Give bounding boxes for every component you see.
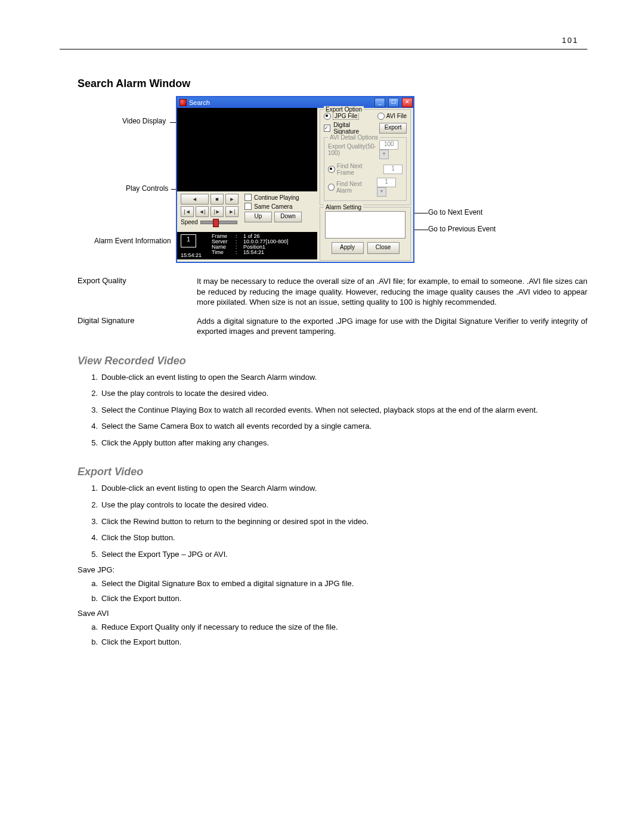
- list-item: Double-click an event listing to open th…: [101, 483, 587, 494]
- window-right-pane: Export Option JPG File AVI File Digital …: [317, 108, 413, 262]
- list-item: Select the Continue Playing Box to watch…: [101, 405, 587, 416]
- digital-signature-checkbox[interactable]: [324, 125, 330, 132]
- alarm-setting-title: Alarm Setting: [324, 204, 363, 210]
- find-next-alarm-radio[interactable]: [328, 184, 335, 191]
- play-buttons: ◄ ■ ► |◄ ◄| |► ►|: [181, 194, 239, 217]
- find-next-frame-label: Find Next Frame: [337, 163, 380, 176]
- same-camera-label: Same Camera: [254, 203, 292, 210]
- save-avi-label: Save AVI: [78, 609, 587, 618]
- up-button[interactable]: Up: [244, 212, 272, 222]
- info-corner-time: 15:54:21: [181, 252, 202, 258]
- stepfwd-button[interactable]: |►: [210, 206, 224, 217]
- app-icon: [179, 99, 187, 106]
- export-option-title: Export Option: [324, 106, 364, 113]
- export-option-group: Export Option JPG File AVI File Digital …: [320, 109, 411, 205]
- description-table: Export Quality It may be necessary to re…: [78, 276, 587, 337]
- callout-alarm-info: Alarm Event Information: [94, 237, 171, 245]
- avi-radio-label: AVI File: [386, 113, 407, 119]
- avi-radio[interactable]: [377, 113, 385, 120]
- list-item: Reduce Export Quality only if necessary …: [101, 623, 587, 631]
- page: 101 Search Alarm Window Video Display Pl…: [0, 0, 644, 833]
- close-button[interactable]: Close: [367, 242, 400, 254]
- list-item: Use the play controls to locate the desi…: [101, 388, 587, 399]
- header-rule: [60, 49, 587, 49]
- callout-go-next: Go to Next Event: [428, 208, 482, 216]
- video-display-area: [177, 108, 317, 191]
- save-jpg-steps: Select the Digital Signature Box to embe…: [78, 579, 587, 603]
- window-body: ◄ ■ ► |◄ ◄| |► ►| Speed: [177, 108, 413, 262]
- find-next-alarm-field[interactable]: 1: [377, 178, 396, 187]
- export-steps: Double-click an event listing to open th…: [78, 483, 587, 559]
- same-camera-checkbox[interactable]: [244, 203, 252, 210]
- continue-playing-checkbox[interactable]: [244, 194, 252, 201]
- list-item: Click the Stop button.: [101, 532, 587, 543]
- alarm-event-info: 1 15:54:21 Frame: 1 of 26 Server: 10.0.0…: [177, 232, 317, 259]
- list-item: Click the Rewind button to return to the…: [101, 516, 587, 527]
- save-avi-steps: Reduce Export Quality only if necessary …: [78, 623, 587, 646]
- apply-button[interactable]: Apply: [332, 242, 364, 254]
- jpg-radio[interactable]: [324, 113, 331, 120]
- maximize-icon[interactable]: ☐: [388, 98, 399, 107]
- window-left-pane: ◄ ■ ► |◄ ◄| |► ►| Speed: [177, 108, 317, 262]
- avi-detail-group: AVI Detail Options Export Quality(50-100…: [324, 137, 407, 201]
- desc-row: Digital Signature Adds a digital signatu…: [78, 316, 587, 337]
- desc-label: Digital Signature: [78, 316, 185, 337]
- list-item: Click the Export button.: [101, 594, 587, 603]
- view-steps: Double-click an event listing to open th…: [78, 372, 587, 448]
- stop-button[interactable]: ■: [210, 194, 224, 205]
- rewind-button[interactable]: ◄: [181, 194, 209, 205]
- window-titlebar: Search _ ☐ ✕: [177, 97, 413, 108]
- list-item: Use the play controls to locate the desi…: [101, 500, 587, 510]
- callout-play-controls: Play Controls: [126, 184, 168, 193]
- find-next-frame-field[interactable]: 1: [383, 165, 402, 174]
- minimize-icon[interactable]: _: [374, 98, 385, 107]
- list-item: Double-click an event listing to open th…: [101, 372, 587, 383]
- callout-video-display: Video Display: [122, 117, 166, 125]
- export-quality-label: Export Quality(50-100): [328, 143, 376, 156]
- find-next-frame-radio[interactable]: [328, 166, 335, 173]
- continue-playing-label: Continue Playing: [254, 194, 299, 201]
- down-button[interactable]: Down: [274, 212, 302, 222]
- save-jpg-label: Save JPG:: [78, 565, 587, 574]
- avi-detail-title: AVI Detail Options: [328, 134, 380, 141]
- main-heading: Search Alarm Window: [78, 78, 587, 90]
- desc-text: Adds a digital signature to the exported…: [197, 316, 587, 337]
- desc-text: It may be necessary to reduce the overal…: [197, 276, 587, 308]
- info-time-value: 15:54:21: [243, 250, 264, 255]
- jpg-radio-label: JPG File: [333, 112, 359, 120]
- desc-label: Export Quality: [78, 276, 185, 308]
- search-alarm-window: Search _ ☐ ✕ ◄ ■ ► |◄: [176, 96, 414, 263]
- speed-slider[interactable]: [200, 221, 237, 224]
- close-icon[interactable]: ✕: [402, 98, 413, 107]
- desc-row: Export Quality It may be necessary to re…: [78, 276, 587, 308]
- speed-label: Speed: [181, 219, 198, 225]
- alarm-setting-group: Alarm Setting Apply Close: [320, 207, 411, 261]
- list-item: Select the Export Type – JPG or AVI.: [101, 549, 587, 560]
- list-item: Click the Apply button after making any …: [101, 438, 587, 448]
- list-item: Select the Same Camera Box to watch all …: [101, 421, 587, 432]
- export-quality-field[interactable]: 100: [379, 140, 398, 150]
- info-camera-number: 1: [181, 234, 196, 247]
- callout-go-prev: Go to Previous Event: [428, 225, 496, 233]
- first-button[interactable]: |◄: [181, 206, 194, 217]
- view-recorded-heading: View Recorded Video: [78, 355, 587, 367]
- stepback-button[interactable]: ◄|: [196, 206, 209, 217]
- screenshot: Video Display Play Controls Alarm Event …: [72, 96, 525, 269]
- window-title: Search: [189, 99, 210, 106]
- info-time-label: Time: [212, 250, 233, 255]
- digital-signature-label: Digital Signature: [333, 122, 373, 135]
- list-item: Click the Export button.: [101, 637, 587, 646]
- last-button[interactable]: ►|: [225, 206, 239, 217]
- export-video-heading: Export Video: [78, 466, 587, 478]
- export-button[interactable]: Export: [379, 123, 407, 134]
- play-controls-area: ◄ ■ ► |◄ ◄| |► ►| Speed: [177, 191, 317, 232]
- dropdown-icon[interactable]: ▾: [379, 150, 389, 159]
- page-number: 101: [562, 36, 578, 45]
- find-next-alarm-label: Find Next Alarm: [336, 181, 374, 194]
- play-button[interactable]: ►: [225, 194, 239, 205]
- alarm-listbox[interactable]: [325, 211, 405, 239]
- list-item: Select the Digital Signature Box to embe…: [101, 579, 587, 588]
- dropdown-icon[interactable]: ▾: [377, 187, 386, 197]
